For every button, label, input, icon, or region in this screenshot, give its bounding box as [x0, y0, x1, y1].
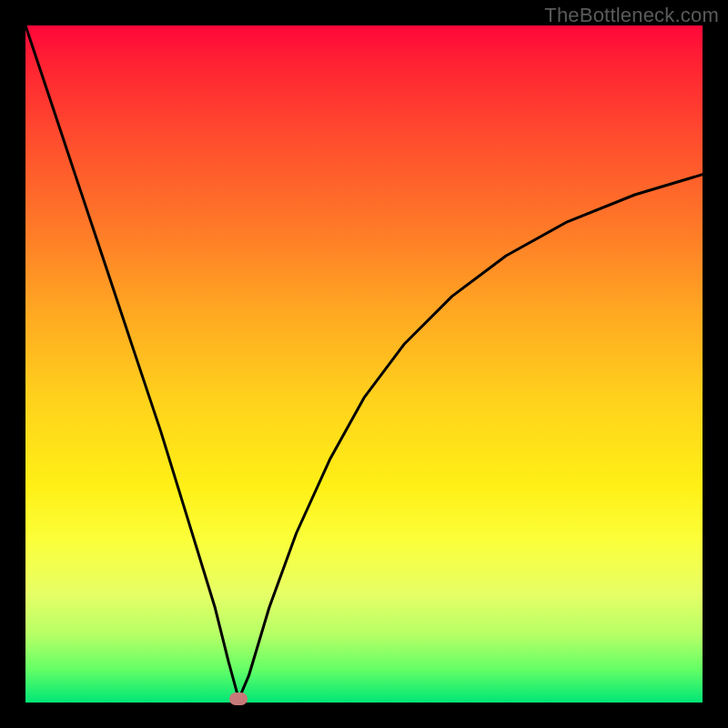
- chart-frame: TheBottleneck.com: [0, 0, 728, 728]
- watermark-label: TheBottleneck.com: [544, 4, 719, 27]
- optimal-point-marker: [229, 693, 248, 705]
- curve-svg: [25, 25, 703, 703]
- bottleneck-curve: [25, 25, 703, 699]
- plot-area: [25, 25, 703, 703]
